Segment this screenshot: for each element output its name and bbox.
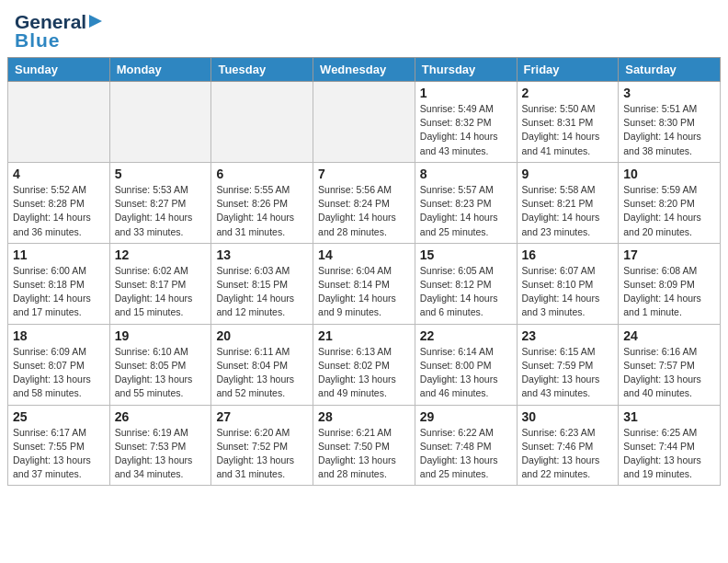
calendar-cell: 18Sunrise: 6:09 AMSunset: 8:07 PMDayligh… [8,324,110,405]
day-number: 23 [522,328,614,343]
day-info: Sunrise: 6:07 AMSunset: 8:10 PMDaylight:… [522,264,614,320]
day-number: 31 [623,409,715,424]
calendar-cell: 27Sunrise: 6:20 AMSunset: 7:52 PMDayligh… [211,405,313,486]
day-number: 6 [216,167,308,181]
col-wednesday: Wednesday [313,58,415,82]
day-info: Sunrise: 5:59 AMSunset: 8:20 PMDaylight:… [623,183,715,239]
day-number: 10 [623,167,715,181]
calendar-cell: 21Sunrise: 6:13 AMSunset: 8:02 PMDayligh… [313,324,415,405]
col-tuesday: Tuesday [211,58,313,82]
calendar-cell: 10Sunrise: 5:59 AMSunset: 8:20 PMDayligh… [619,162,721,243]
col-saturday: Saturday [619,58,721,82]
day-number: 26 [115,409,207,424]
day-info: Sunrise: 5:52 AMSunset: 8:28 PMDaylight:… [13,183,105,239]
day-info: Sunrise: 5:57 AMSunset: 8:23 PMDaylight:… [420,183,512,239]
calendar-cell: 15Sunrise: 6:05 AMSunset: 8:12 PMDayligh… [415,243,517,324]
day-number: 8 [420,167,512,181]
calendar-cell: 12Sunrise: 6:02 AMSunset: 8:17 PMDayligh… [109,243,211,324]
day-number: 22 [420,328,512,343]
calendar-table: Sunday Monday Tuesday Wednesday Thursday… [7,57,721,486]
calendar-cell: 25Sunrise: 6:17 AMSunset: 7:55 PMDayligh… [8,405,110,486]
calendar-cell: 5Sunrise: 5:53 AMSunset: 8:27 PMDaylight… [109,162,211,243]
day-number: 1 [420,86,512,100]
calendar-cell: 14Sunrise: 6:04 AMSunset: 8:14 PMDayligh… [313,243,415,324]
day-number: 12 [115,247,207,262]
day-number: 9 [522,167,614,181]
day-info: Sunrise: 6:19 AMSunset: 7:53 PMDaylight:… [115,426,207,482]
col-sunday: Sunday [8,58,110,82]
calendar-cell: 6Sunrise: 5:55 AMSunset: 8:26 PMDaylight… [211,162,313,243]
calendar-cell: 31Sunrise: 6:25 AMSunset: 7:44 PMDayligh… [619,405,721,486]
day-info: Sunrise: 6:11 AMSunset: 8:04 PMDaylight:… [216,345,308,401]
day-info: Sunrise: 5:51 AMSunset: 8:30 PMDaylight:… [623,102,715,158]
day-number: 30 [522,409,614,424]
calendar-cell: 19Sunrise: 6:10 AMSunset: 8:05 PMDayligh… [109,324,211,405]
day-info: Sunrise: 6:03 AMSunset: 8:15 PMDaylight:… [216,264,308,320]
day-info: Sunrise: 6:16 AMSunset: 7:57 PMDaylight:… [623,345,715,401]
day-info: Sunrise: 6:04 AMSunset: 8:14 PMDaylight:… [318,264,410,320]
calendar-cell: 22Sunrise: 6:14 AMSunset: 8:00 PMDayligh… [415,324,517,405]
day-info: Sunrise: 6:10 AMSunset: 8:05 PMDaylight:… [115,345,207,401]
calendar-cell: 30Sunrise: 6:23 AMSunset: 7:46 PMDayligh… [517,405,619,486]
calendar-cell: 13Sunrise: 6:03 AMSunset: 8:15 PMDayligh… [211,243,313,324]
day-number: 15 [420,247,512,262]
day-number: 2 [522,86,614,100]
day-info: Sunrise: 6:05 AMSunset: 8:12 PMDaylight:… [420,264,512,320]
calendar-cell: 2Sunrise: 5:50 AMSunset: 8:31 PMDaylight… [517,82,619,163]
day-number: 14 [318,247,410,262]
day-number: 17 [623,247,715,262]
calendar-cell: 26Sunrise: 6:19 AMSunset: 7:53 PMDayligh… [109,405,211,486]
day-number: 3 [623,86,715,100]
day-number: 20 [216,328,308,343]
day-info: Sunrise: 6:00 AMSunset: 8:18 PMDaylight:… [13,264,105,320]
day-number: 16 [522,247,614,262]
day-number: 7 [318,167,410,181]
calendar-cell: 23Sunrise: 6:15 AMSunset: 7:59 PMDayligh… [517,324,619,405]
day-info: Sunrise: 6:15 AMSunset: 7:59 PMDaylight:… [522,345,614,401]
calendar-cell: 29Sunrise: 6:22 AMSunset: 7:48 PMDayligh… [415,405,517,486]
calendar-cell: 8Sunrise: 5:57 AMSunset: 8:23 PMDaylight… [415,162,517,243]
day-number: 27 [216,409,308,424]
calendar-cell: 11Sunrise: 6:00 AMSunset: 8:18 PMDayligh… [8,243,110,324]
day-info: Sunrise: 5:53 AMSunset: 8:27 PMDaylight:… [115,183,207,239]
day-number: 28 [318,409,410,424]
calendar-cell [313,82,415,163]
day-info: Sunrise: 6:17 AMSunset: 7:55 PMDaylight:… [13,426,105,482]
calendar-cell [8,82,110,163]
day-info: Sunrise: 5:49 AMSunset: 8:32 PMDaylight:… [420,102,512,158]
day-info: Sunrise: 6:09 AMSunset: 8:07 PMDaylight:… [13,345,105,401]
calendar-cell: 9Sunrise: 5:58 AMSunset: 8:21 PMDaylight… [517,162,619,243]
day-number: 29 [420,409,512,424]
day-number: 21 [318,328,410,343]
day-info: Sunrise: 5:50 AMSunset: 8:31 PMDaylight:… [522,102,614,158]
day-info: Sunrise: 6:20 AMSunset: 7:52 PMDaylight:… [216,426,308,482]
col-thursday: Thursday [415,58,517,82]
calendar-cell: 17Sunrise: 6:08 AMSunset: 8:09 PMDayligh… [619,243,721,324]
col-monday: Monday [109,58,211,82]
day-number: 18 [13,328,105,343]
day-info: Sunrise: 6:25 AMSunset: 7:44 PMDaylight:… [623,426,715,482]
day-info: Sunrise: 5:56 AMSunset: 8:24 PMDaylight:… [318,183,410,239]
day-number: 4 [13,167,105,181]
day-info: Sunrise: 5:55 AMSunset: 8:26 PMDaylight:… [216,183,308,239]
svg-marker-0 [89,15,102,28]
logo-blue-text: Blue [15,29,61,52]
day-info: Sunrise: 5:58 AMSunset: 8:21 PMDaylight:… [522,183,614,239]
calendar-cell: 16Sunrise: 6:07 AMSunset: 8:10 PMDayligh… [517,243,619,324]
day-number: 25 [13,409,105,424]
day-number: 24 [623,328,715,343]
day-info: Sunrise: 6:14 AMSunset: 8:00 PMDaylight:… [420,345,512,401]
day-info: Sunrise: 6:08 AMSunset: 8:09 PMDaylight:… [623,264,715,320]
calendar-cell: 3Sunrise: 5:51 AMSunset: 8:30 PMDaylight… [619,82,721,163]
calendar-cell: 1Sunrise: 5:49 AMSunset: 8:32 PMDaylight… [415,82,517,163]
day-number: 11 [13,247,105,262]
calendar-cell: 28Sunrise: 6:21 AMSunset: 7:50 PMDayligh… [313,405,415,486]
day-info: Sunrise: 6:22 AMSunset: 7:48 PMDaylight:… [420,426,512,482]
calendar-cell [109,82,211,163]
day-number: 13 [216,247,308,262]
calendar-cell: 4Sunrise: 5:52 AMSunset: 8:28 PMDaylight… [8,162,110,243]
day-number: 19 [115,328,207,343]
day-info: Sunrise: 6:02 AMSunset: 8:17 PMDaylight:… [115,264,207,320]
calendar-cell [211,82,313,163]
logo-arrow-icon [87,13,104,29]
